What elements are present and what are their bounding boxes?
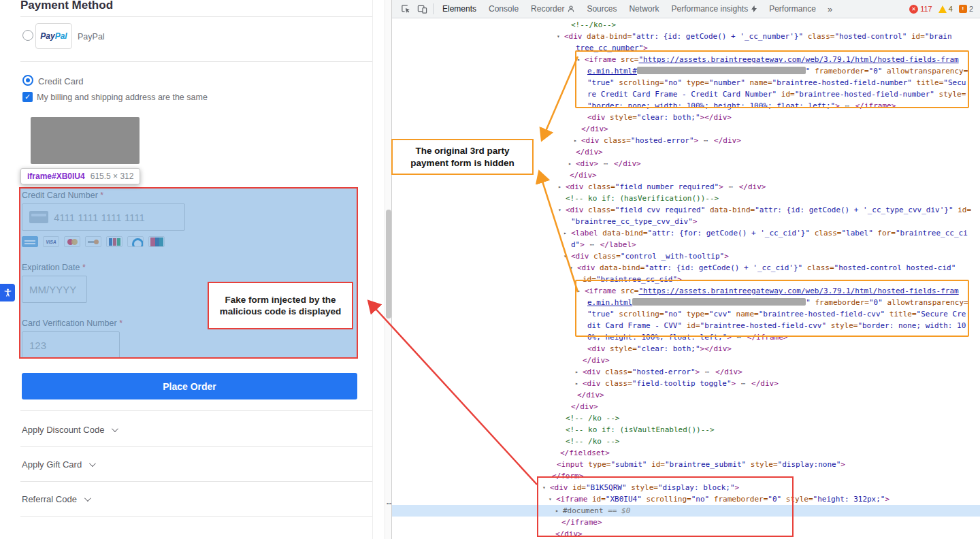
code-line[interactable]: </fieldset> <box>392 447 980 459</box>
code-line[interactable]: e.min.html" frameborder="0" allowtranspa… <box>392 297 980 308</box>
code-line[interactable]: <!-- ko if: (hasVerification())--> <box>392 193 980 204</box>
code-line[interactable]: ▾<div class="control _with-tooltip"> <box>392 250 980 262</box>
code-line[interactable]: </div> <box>392 401 980 412</box>
section-apply-discount-code[interactable]: Apply Discount Code <box>22 425 116 435</box>
code-line[interactable]: ▸<label data-bind="attr: {for: getCode()… <box>392 227 980 239</box>
code-line[interactable]: ▸<div class="field-tooltip toggle"> ⋯ </… <box>392 378 980 389</box>
place-order-button[interactable]: Place Order <box>22 373 357 399</box>
scrollbar-thumb[interactable] <box>386 210 391 318</box>
tab-console[interactable]: Console <box>483 0 525 18</box>
section-referral-code[interactable]: Referral Code <box>22 494 89 504</box>
expand-arrow-icon[interactable]: ▸ <box>564 227 571 239</box>
code-line[interactable]: </div> <box>392 389 980 401</box>
paypal-logo-box[interactable]: PayPal <box>35 23 72 49</box>
code-line[interactable]: "true" scrolling="no" type="cvv" name="b… <box>392 308 980 320</box>
credit-card-label: Credit Card <box>38 76 83 86</box>
collapse-arrow-icon[interactable]: ▾ <box>558 204 566 216</box>
collapse-arrow-icon[interactable]: ▾ <box>549 493 556 505</box>
paypal-radio[interactable] <box>22 30 33 41</box>
code-line[interactable]: ▸<div class="hosted-error"> ⋯ </div> <box>392 366 980 378</box>
code-line[interactable]: <!-- /ko --> <box>392 436 980 447</box>
code-line[interactable]: <input type="submit" id="braintree_submi… <box>392 459 980 470</box>
expand-arrow-icon[interactable]: ▸ <box>575 366 583 378</box>
expand-arrow-icon[interactable]: ▸ <box>575 378 583 389</box>
code-line[interactable]: "braintree_cc_type_cvv_div"> <box>392 216 980 227</box>
tab-label: Network <box>629 0 659 18</box>
code-line[interactable]: <!--/ko--> <box>392 19 980 31</box>
code-line[interactable]: ▾<iframe id="XB0IU4" scrolling="no" fram… <box>392 493 980 505</box>
credit-card-radio[interactable] <box>22 75 33 86</box>
code-line[interactable]: ▸#document == $0 <box>392 505 980 517</box>
code-line[interactable]: <div style="clear: both;"></div> <box>392 112 980 123</box>
code-line[interactable]: <!-- /ko --> <box>392 412 980 424</box>
collapse-arrow-icon[interactable]: ▾ <box>564 250 571 262</box>
warning-badge[interactable]: 4 <box>938 5 953 13</box>
section-apply-gift-card[interactable]: Apply Gift Card <box>22 459 94 470</box>
collapse-arrow-icon[interactable]: ▾ <box>557 31 564 42</box>
inspect-tooltip: iframe#XB0IU4615.5 × 312 <box>20 168 140 184</box>
divider <box>20 481 372 482</box>
collapse-arrow-icon[interactable]: ▾ <box>542 482 550 493</box>
expand-arrow-icon[interactable]: ▸ <box>577 285 585 297</box>
accessibility-widget-button[interactable] <box>0 284 15 301</box>
tab-label: Elements <box>442 0 476 18</box>
error-badge[interactable]: ✕117 <box>909 5 932 14</box>
code-line[interactable]: </div> <box>392 355 980 366</box>
code-line[interactable]: ▾<div id="B1K5QRW" style="display: block… <box>392 482 980 493</box>
code-line[interactable]: </form> <box>392 470 980 482</box>
section-label: Apply Discount Code <box>22 425 104 435</box>
accessibility-icon <box>3 288 13 298</box>
scrollbar-track <box>385 0 391 539</box>
code-line[interactable]: e.min.html#" frameborder="0" allowtransp… <box>392 65 980 77</box>
person-icon <box>568 5 574 12</box>
divider <box>433 3 434 14</box>
code-line[interactable]: dit Card Frame - CVV" id="braintree-host… <box>392 320 980 331</box>
code-line[interactable]: </iframe> <box>392 517 980 528</box>
tab-elements[interactable]: Elements <box>436 0 483 18</box>
tab-label: Sources <box>587 0 617 18</box>
tab-label: Console <box>489 0 519 18</box>
issues-badge[interactable]: !2 <box>959 5 973 13</box>
code-line[interactable]: id="braintree_cc_cid"> <box>392 274 980 285</box>
code-line[interactable]: ▾<div data-bind="attr: {id: getCode() + … <box>392 262 980 274</box>
screenshot-root: Payment Method PayPal PayPal Credit Card… <box>0 0 980 539</box>
inspect-element-icon[interactable] <box>397 0 414 18</box>
tab-recorder[interactable]: Recorder <box>525 0 581 18</box>
code-line[interactable]: ▾<div class="field cvv required" data-bi… <box>392 204 980 216</box>
fake-form-annotation: Fake form injected by the malicious code… <box>208 282 353 329</box>
tab-label: Performance insights <box>671 0 748 18</box>
code-line[interactable]: 0%; height: 100%; float: left;"> ⋯ </ifr… <box>392 331 980 343</box>
expand-arrow-icon[interactable]: ▸ <box>577 54 585 65</box>
code-line[interactable]: d"> ⋯ </label> <box>392 239 980 250</box>
code-line[interactable]: ▸<iframe src="https://assets.braintreega… <box>392 54 980 65</box>
code-line[interactable]: </div> <box>392 123 980 135</box>
code-line[interactable]: <div style="clear: both;"></div> <box>392 343 980 355</box>
code-line[interactable]: "border: none; width: 100%; height: 100%… <box>392 100 980 112</box>
paypal-label: PayPal <box>78 32 105 42</box>
tab-performance[interactable]: Performance <box>763 0 822 18</box>
code-line[interactable]: ▾<div data-bind="attr: {id: getCode() + … <box>392 31 980 42</box>
code-line[interactable]: </div> <box>392 528 980 539</box>
tab-sources[interactable]: Sources <box>581 0 623 18</box>
code-line[interactable]: re Credit Card Frame - Credit Card Numbe… <box>392 88 980 100</box>
billing-same-checkbox[interactable] <box>22 92 33 102</box>
divider <box>372 0 373 539</box>
device-toolbar-icon[interactable] <box>414 0 430 18</box>
more-tabs-chevron[interactable]: » <box>822 4 838 14</box>
code-line[interactable]: ▸<div class="field number required"> ⋯ <… <box>392 181 980 193</box>
code-line[interactable]: "true" scrolling="no" type="number" name… <box>392 77 980 88</box>
tab-label: Recorder <box>531 0 564 18</box>
tab-network[interactable]: Network <box>623 0 665 18</box>
expand-arrow-icon[interactable]: ▸ <box>568 158 576 169</box>
collapse-arrow-icon[interactable]: ▾ <box>570 262 577 274</box>
expand-arrow-icon[interactable]: ▸ <box>558 181 566 193</box>
issues-icon: ! <box>959 5 967 13</box>
tab-performance-insights[interactable]: Performance insights <box>665 0 763 18</box>
section-label: Apply Gift Card <box>22 459 82 470</box>
code-line[interactable]: ▸<iframe src="https://assets.braintreega… <box>392 285 980 297</box>
expand-arrow-icon[interactable]: ▸ <box>574 135 581 146</box>
code-line[interactable]: tree_cc_number"> <box>392 42 980 54</box>
code-line[interactable]: <!-- ko if: (isVaultEnabled())--> <box>392 424 980 436</box>
expand-arrow-icon[interactable]: ▸ <box>555 505 563 517</box>
redacted-block <box>31 117 140 164</box>
